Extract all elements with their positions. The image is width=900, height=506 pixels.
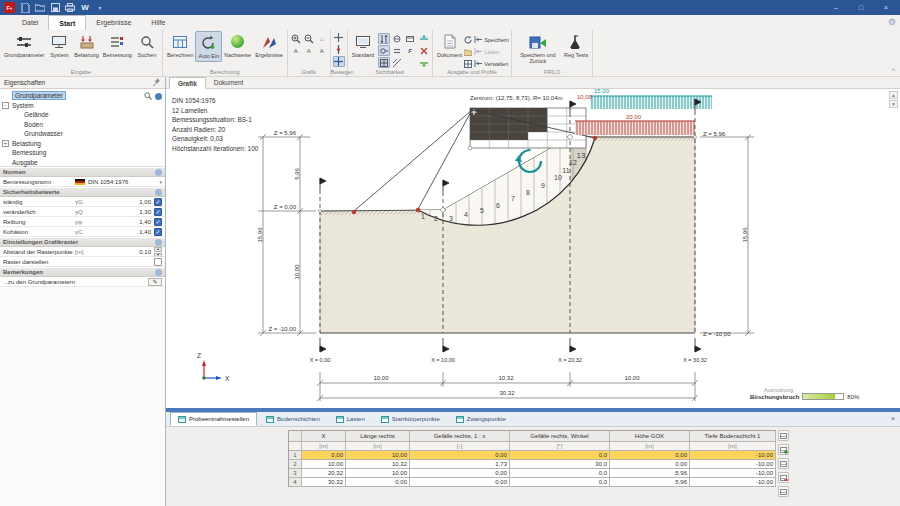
- table-cell[interactable]: 10,00: [346, 451, 410, 460]
- visibility-toggle-3[interactable]: [404, 33, 416, 44]
- dokument-button[interactable]: Dokument: [435, 31, 464, 60]
- table-cell[interactable]: 0,00: [410, 451, 510, 460]
- font-edit-icon[interactable]: A: [316, 45, 328, 56]
- table-cell[interactable]: 10,00: [302, 460, 346, 469]
- grundparameter-button[interactable]: Grundparameter: [2, 31, 46, 60]
- visibility-toggle-2[interactable]: [391, 33, 403, 44]
- row-number[interactable]: 1: [289, 451, 302, 460]
- table-cell[interactable]: 0,0: [510, 478, 610, 487]
- visibility-toggle-8[interactable]: [391, 57, 403, 68]
- scroll-down-button[interactable]: ▼: [889, 100, 898, 108]
- reg-tests-button[interactable]: Reg Tests: [562, 31, 590, 60]
- rasterabstand-field[interactable]: 0,10: [103, 249, 154, 255]
- col-header[interactable]: Gefälle rechts, 1 : x: [410, 431, 510, 442]
- table-cell[interactable]: 5,96: [610, 469, 690, 478]
- row-number[interactable]: 4: [289, 478, 302, 487]
- gamma-phi-field[interactable]: 1,40: [103, 219, 154, 225]
- table-cell[interactable]: 30,32: [302, 478, 346, 487]
- font-increase-icon[interactable]: A: [290, 45, 302, 56]
- checkbox-checked-icon[interactable]: ✓: [154, 218, 162, 226]
- tab-hilfe[interactable]: Hilfe: [141, 15, 175, 30]
- tree-item-bemessung[interactable]: Bemessung: [0, 148, 165, 158]
- zoom-out-icon[interactable]: [303, 33, 315, 44]
- tree-item-boden[interactable]: Boden: [0, 120, 165, 130]
- move-vertical-icon[interactable]: [333, 44, 345, 55]
- layer-down-icon[interactable]: [418, 57, 430, 68]
- scroll-up-button[interactable]: ▲: [889, 91, 898, 99]
- tab-bodenschichten[interactable]: Bodenschichten: [259, 412, 327, 426]
- checkbox-unchecked[interactable]: [154, 258, 162, 266]
- col-header[interactable]: Tiefe Bodenschicht 1: [690, 431, 776, 442]
- profile-speichern-button[interactable]: Speichern: [464, 34, 509, 45]
- tab-zwangspunkte[interactable]: Zwangspunkte: [449, 412, 513, 426]
- table-cell[interactable]: -10,00: [690, 451, 776, 460]
- print-icon[interactable]: [65, 3, 75, 13]
- tree-item-grundparameter[interactable]: Grundparameter: [0, 91, 165, 101]
- row-number[interactable]: 2: [289, 460, 302, 469]
- info-icon[interactable]: [155, 269, 162, 276]
- table-cell[interactable]: 0,00: [410, 469, 510, 478]
- table-cell[interactable]: 0,0: [510, 469, 610, 478]
- settings-gear-icon[interactable]: ⚙: [888, 17, 896, 27]
- table-copy-button[interactable]: [778, 430, 789, 441]
- save-icon[interactable]: [50, 3, 60, 13]
- row-number[interactable]: 3: [289, 469, 302, 478]
- visibility-toggle-7[interactable]: [378, 57, 390, 68]
- suchen-button[interactable]: Suchen: [134, 31, 160, 60]
- new-file-icon[interactable]: [20, 3, 30, 13]
- table-cell[interactable]: -10,00: [690, 460, 776, 469]
- col-header[interactable]: Höhe GOK: [610, 431, 690, 442]
- gamma-q-field[interactable]: 1,30: [103, 209, 154, 215]
- dropdown-caret-icon[interactable]: ▾: [159, 179, 162, 185]
- table-cell[interactable]: 20,32: [302, 469, 346, 478]
- table-cell[interactable]: 0,0: [510, 451, 610, 460]
- info-icon[interactable]: [155, 169, 162, 176]
- visibility-toggle-4[interactable]: [378, 45, 390, 56]
- visibility-toggle-1[interactable]: [378, 33, 390, 44]
- standard-view-button[interactable]: Standard: [350, 31, 376, 60]
- tab-grafik[interactable]: Grafik: [169, 77, 206, 89]
- table-cell[interactable]: -10,00: [690, 469, 776, 478]
- table-cell[interactable]: 0,00: [410, 478, 510, 487]
- bemessungsnorm-select[interactable]: DIN 1054:1976: [88, 179, 159, 185]
- table-cell[interactable]: 0,00: [346, 478, 410, 487]
- col-header[interactable]: Länge rechts: [346, 431, 410, 442]
- table-export-button[interactable]: [778, 486, 789, 497]
- visibility-toggle-6[interactable]: F: [404, 45, 416, 56]
- profile-laden-button[interactable]: Laden: [464, 46, 509, 57]
- gamma-g-field[interactable]: 1,00: [103, 199, 154, 205]
- tab-lasten[interactable]: Lasten: [329, 412, 372, 426]
- tab-probeentnahmestellen[interactable]: Probeentnahmestellen: [170, 412, 257, 426]
- tree-item-system[interactable]: -System: [0, 101, 165, 111]
- tab-starrkoerperpunkte[interactable]: Starrkörperpunkte: [374, 412, 447, 426]
- minimize-button[interactable]: –: [826, 1, 846, 14]
- stepper[interactable]: ▲▼: [154, 247, 162, 256]
- layer-up-icon[interactable]: [418, 33, 430, 44]
- belastung-button[interactable]: Belastung: [72, 31, 100, 60]
- zoom-in-icon[interactable]: [290, 33, 302, 44]
- close-button[interactable]: ×: [876, 1, 896, 14]
- open-folder-icon[interactable]: [35, 3, 45, 13]
- nachweise-button[interactable]: Nachweise: [222, 31, 253, 60]
- w-quick-icon[interactable]: W: [80, 3, 90, 13]
- berechnen-button[interactable]: Berechnen: [165, 31, 196, 60]
- tab-datei[interactable]: Datei: [12, 15, 48, 30]
- speichern-zurueck-button[interactable]: Speichern und Zurück: [514, 31, 562, 66]
- table-cell[interactable]: 0,00: [610, 451, 690, 460]
- checkbox-checked-icon[interactable]: ✓: [154, 198, 162, 206]
- zoom-home-icon[interactable]: ⌂: [316, 33, 328, 44]
- auto-ein-toggle[interactable]: Auto Ein: [195, 31, 222, 62]
- qat-dropdown-icon[interactable]: ▾: [95, 3, 105, 13]
- table-cell[interactable]: 10,00: [346, 469, 410, 478]
- profile-verwalten-button[interactable]: Verwalten: [464, 58, 509, 69]
- visibility-toggle-5[interactable]: [391, 45, 403, 56]
- table-cell[interactable]: -10,00: [690, 478, 776, 487]
- col-header[interactable]: Gefälle rechts, Winkel: [510, 431, 610, 442]
- pan-icon[interactable]: [333, 32, 345, 43]
- tree-item-belastung[interactable]: +Belastung: [0, 139, 165, 149]
- ribbon-collapse-icon[interactable]: ^: [892, 67, 895, 74]
- table-cell[interactable]: 10,32: [346, 460, 410, 469]
- tab-start[interactable]: Start: [48, 15, 86, 30]
- drawing-canvas[interactable]: 1 2 3 4 5 6 7 8 9 10 11 12 13: [166, 89, 900, 408]
- info-icon[interactable]: [155, 239, 162, 246]
